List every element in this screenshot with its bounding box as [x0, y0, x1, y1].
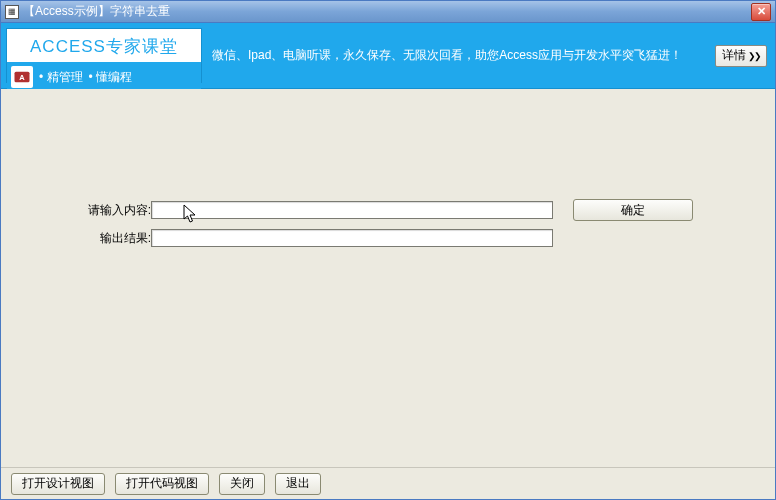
banner-sub-left: • 精管理 [39, 69, 83, 86]
output-label: 输出结果: [79, 230, 151, 247]
open-design-view-button[interactable]: 打开设计视图 [11, 473, 105, 495]
detail-button-label: 详情 [722, 47, 746, 64]
banner-sub-right: • 懂编程 [89, 69, 133, 86]
close-button[interactable]: 关闭 [219, 473, 265, 495]
input-label: 请输入内容: [79, 202, 151, 219]
window-frame: ▦ 【Access示例】字符串去重 ✕ ACCESS专家课堂 A • 精管理 •… [0, 0, 776, 500]
open-code-view-button[interactable]: 打开代码视图 [115, 473, 209, 495]
svg-text:A: A [19, 73, 25, 82]
banner: ACCESS专家课堂 A • 精管理 • 懂编程 微信、Ipad、电脑听课，永久… [1, 23, 775, 89]
exit-button[interactable]: 退出 [275, 473, 321, 495]
chevron-right-icon: ❯❯ [748, 51, 760, 61]
banner-card-title: ACCESS专家课堂 [13, 33, 195, 58]
banner-promo-text: 微信、Ipad、电脑听课，永久保存、无限次回看，助您Access应用与开发水平突… [212, 28, 705, 83]
access-icon: A [11, 66, 33, 88]
close-icon[interactable]: ✕ [751, 3, 771, 21]
window-title: 【Access示例】字符串去重 [23, 3, 170, 20]
detail-button[interactable]: 详情 ❯❯ [715, 45, 767, 67]
footer-bar: 打开设计视图 打开代码视图 关闭 退出 [1, 467, 775, 499]
form-icon: ▦ [5, 5, 19, 19]
content-area: 请输入内容: 确定 输出结果: [1, 89, 775, 467]
title-bar[interactable]: ▦ 【Access示例】字符串去重 ✕ [1, 1, 775, 23]
content-input[interactable] [151, 201, 553, 219]
output-result[interactable] [151, 229, 553, 247]
banner-card: ACCESS专家课堂 A • 精管理 • 懂编程 [6, 28, 202, 83]
ok-button[interactable]: 确定 [573, 199, 693, 221]
